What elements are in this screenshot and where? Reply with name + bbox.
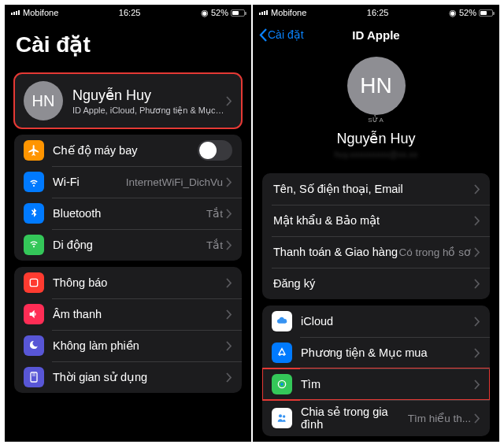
battery-pct: 52%	[211, 8, 228, 17]
family-row[interactable]: Chia sẻ trong gia đình Tìm hiểu th...	[262, 400, 490, 436]
wifi-row[interactable]: Wi-Fi InternetWiFi_DichVu	[14, 166, 242, 198]
wifi-icon	[24, 172, 44, 192]
name-phone-row[interactable]: Tên, Số điện thoại, Email	[262, 173, 490, 205]
chevron-right-icon	[226, 278, 232, 288]
notifications-icon	[24, 272, 44, 293]
profile-name-large: Nguyễn Huy	[253, 130, 499, 147]
svg-rect-0	[30, 279, 37, 286]
status-bar: Mobifone 16:25 ◉52%	[253, 5, 499, 20]
chevron-right-icon	[226, 372, 232, 383]
airplane-toggle[interactable]	[198, 140, 232, 161]
subscriptions-row[interactable]: Đăng ký	[262, 268, 490, 299]
back-button[interactable]: Cài đặt	[259, 28, 304, 42]
cellular-row[interactable]: Di động Tắt	[14, 229, 242, 261]
chevron-right-icon	[474, 216, 480, 226]
payment-row[interactable]: Thanh toán & Giao hàng Có trong hồ sơ	[262, 236, 490, 268]
apple-id-row[interactable]: HN Nguyễn Huy ID Apple, iCloud, Phương t…	[14, 73, 242, 128]
chevron-right-icon	[226, 209, 232, 219]
sound-row[interactable]: Âm thanh	[14, 298, 242, 330]
avatar: HN	[24, 81, 63, 120]
screentime-row[interactable]: Thời gian sử dụng	[14, 361, 242, 393]
svg-point-4	[279, 414, 282, 417]
chevron-right-icon	[474, 184, 480, 194]
svg-point-5	[283, 415, 285, 417]
chevron-left-icon	[259, 28, 268, 42]
find-my-row[interactable]: Tìm	[262, 368, 490, 400]
svg-point-3	[280, 383, 283, 385]
chevron-right-icon	[474, 279, 480, 289]
dnd-row[interactable]: Không làm phiền	[14, 330, 242, 361]
chevron-right-icon	[474, 413, 480, 424]
chevron-right-icon	[226, 341, 232, 351]
appstore-icon	[272, 342, 292, 363]
find-my-icon	[272, 374, 292, 394]
airplane-icon	[24, 140, 44, 161]
notifications-row[interactable]: Thông báo	[14, 267, 242, 298]
profile-name: Nguyễn Huy	[72, 87, 226, 104]
chevron-right-icon	[226, 177, 232, 187]
dnd-icon	[24, 335, 44, 356]
profile-subtitle: ID Apple, iCloud, Phương tiện & Mục mua	[72, 106, 226, 116]
chevron-right-icon	[226, 96, 232, 106]
bluetooth-row[interactable]: Bluetooth Tắt	[14, 198, 242, 229]
media-row[interactable]: Phương tiện & Mục mua	[262, 337, 490, 368]
chevron-right-icon	[474, 348, 480, 358]
page-title: Cài đặt	[5, 20, 251, 67]
icloud-icon	[272, 311, 292, 331]
clock: 16:25	[119, 8, 141, 17]
chevron-right-icon	[226, 240, 232, 250]
apple-id-screen: Mobifone 16:25 ◉52% Cài đặt ID Apple HN …	[253, 5, 499, 442]
edit-label[interactable]: SỬA	[253, 117, 499, 124]
password-row[interactable]: Mật khẩu & Bảo mật	[262, 205, 490, 236]
chevron-right-icon	[474, 380, 480, 390]
profile-email: huy.xxxxxxxxx@xx.xx	[253, 150, 499, 159]
airplane-mode-row[interactable]: Chế độ máy bay	[14, 135, 242, 166]
carrier: Mobifone	[23, 8, 58, 17]
chevron-right-icon	[474, 317, 480, 327]
family-icon	[272, 408, 292, 428]
avatar-large[interactable]: HN	[347, 57, 406, 115]
cellular-icon	[24, 235, 44, 255]
chevron-right-icon	[226, 309, 232, 320]
bluetooth-icon	[24, 203, 44, 224]
icloud-row[interactable]: iCloud	[262, 305, 490, 337]
status-bar: Mobifone 16:25 ◉52%	[5, 5, 251, 20]
sound-icon	[24, 304, 44, 324]
settings-screen: Mobifone 16:25 ◉52% Cài đặt HN Nguyễn Hu…	[5, 5, 251, 442]
screentime-icon	[24, 367, 44, 387]
chevron-right-icon	[474, 247, 480, 257]
